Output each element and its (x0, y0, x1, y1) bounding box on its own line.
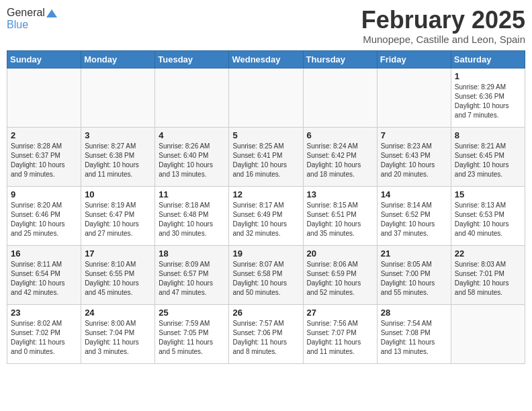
calendar-cell: 14Sunrise: 8:14 AM Sunset: 6:52 PM Dayli… (377, 186, 451, 245)
calendar-cell: 19Sunrise: 8:07 AM Sunset: 6:58 PM Dayli… (229, 245, 303, 304)
day-number: 4 (159, 130, 225, 140)
day-info: Sunrise: 8:24 AM Sunset: 6:42 PM Dayligh… (307, 142, 373, 179)
calendar-cell: 15Sunrise: 8:13 AM Sunset: 6:53 PM Dayli… (451, 186, 525, 245)
day-info: Sunrise: 8:03 AM Sunset: 7:01 PM Dayligh… (455, 260, 521, 298)
calendar-week-row: 23Sunrise: 8:02 AM Sunset: 7:02 PM Dayli… (7, 304, 525, 363)
day-number: 7 (381, 130, 447, 140)
day-number: 3 (85, 130, 151, 140)
calendar-cell (155, 68, 229, 127)
day-number: 13 (307, 189, 373, 199)
calendar-week-row: 2Sunrise: 8:28 AM Sunset: 6:37 PM Daylig… (7, 127, 525, 186)
day-number: 19 (232, 248, 299, 259)
day-info: Sunrise: 8:10 AM Sunset: 6:55 PM Dayligh… (85, 260, 151, 298)
calendar-cell: 10Sunrise: 8:19 AM Sunset: 6:47 PM Dayli… (81, 186, 155, 245)
page-header: General Blue February 2025 Munopepe, Cas… (7, 7, 525, 45)
title-section: February 2025 Munopepe, Castille and Leo… (361, 7, 525, 45)
day-info: Sunrise: 8:28 AM Sunset: 6:37 PM Dayligh… (11, 142, 77, 179)
day-number: 22 (455, 248, 521, 259)
calendar-header-row: SundayMondayTuesdayWednesdayThursdayFrid… (7, 50, 525, 68)
day-number: 10 (85, 189, 151, 199)
calendar-cell: 4Sunrise: 8:26 AM Sunset: 6:40 PM Daylig… (155, 127, 229, 186)
calendar-cell: 9Sunrise: 8:20 AM Sunset: 6:46 PM Daylig… (7, 186, 81, 245)
logo-blue-text: Blue (7, 19, 28, 31)
calendar-cell: 5Sunrise: 8:25 AM Sunset: 6:41 PM Daylig… (229, 127, 303, 186)
calendar-header-saturday: Saturday (451, 50, 525, 68)
day-info: Sunrise: 8:00 AM Sunset: 7:04 PM Dayligh… (85, 319, 151, 357)
day-info: Sunrise: 8:19 AM Sunset: 6:47 PM Dayligh… (85, 201, 151, 238)
calendar-cell: 21Sunrise: 8:05 AM Sunset: 7:00 PM Dayli… (377, 245, 451, 304)
calendar-cell: 2Sunrise: 8:28 AM Sunset: 6:37 PM Daylig… (7, 127, 81, 186)
day-number: 15 (455, 189, 521, 199)
calendar-cell: 11Sunrise: 8:18 AM Sunset: 6:48 PM Dayli… (155, 186, 229, 245)
calendar-cell: 23Sunrise: 8:02 AM Sunset: 7:02 PM Dayli… (7, 304, 81, 363)
day-info: Sunrise: 8:17 AM Sunset: 6:49 PM Dayligh… (232, 201, 299, 238)
day-info: Sunrise: 8:13 AM Sunset: 6:53 PM Dayligh… (455, 201, 521, 238)
day-number: 21 (381, 248, 447, 259)
day-info: Sunrise: 8:20 AM Sunset: 6:46 PM Dayligh… (11, 201, 77, 238)
calendar-header-tuesday: Tuesday (155, 50, 229, 68)
calendar-cell: 20Sunrise: 8:06 AM Sunset: 6:59 PM Dayli… (303, 245, 377, 304)
calendar-cell (451, 304, 525, 363)
day-number: 11 (159, 189, 225, 199)
day-number: 23 (11, 308, 77, 318)
calendar-header-friday: Friday (377, 50, 451, 68)
day-info: Sunrise: 8:11 AM Sunset: 6:54 PM Dayligh… (11, 260, 77, 298)
day-number: 26 (232, 308, 299, 318)
calendar-header-monday: Monday (81, 50, 155, 68)
day-info: Sunrise: 8:07 AM Sunset: 6:58 PM Dayligh… (232, 260, 299, 298)
calendar-header-thursday: Thursday (303, 50, 377, 68)
calendar-header-wednesday: Wednesday (229, 50, 303, 68)
day-number: 1 (455, 71, 521, 81)
day-number: 6 (307, 130, 373, 140)
day-info: Sunrise: 8:15 AM Sunset: 6:51 PM Dayligh… (307, 201, 373, 238)
calendar-cell (377, 68, 451, 127)
calendar-cell: 6Sunrise: 8:24 AM Sunset: 6:42 PM Daylig… (303, 127, 377, 186)
day-info: Sunrise: 7:59 AM Sunset: 7:05 PM Dayligh… (159, 319, 225, 357)
day-number: 2 (11, 130, 77, 140)
calendar-week-row: 1Sunrise: 8:29 AM Sunset: 6:36 PM Daylig… (7, 68, 525, 127)
calendar-cell: 26Sunrise: 7:57 AM Sunset: 7:06 PM Dayli… (229, 304, 303, 363)
calendar-week-row: 9Sunrise: 8:20 AM Sunset: 6:46 PM Daylig… (7, 186, 525, 245)
calendar-week-row: 16Sunrise: 8:11 AM Sunset: 6:54 PM Dayli… (7, 245, 525, 304)
location-subtitle: Munopepe, Castille and Leon, Spain (361, 34, 525, 45)
calendar-cell (81, 68, 155, 127)
day-info: Sunrise: 8:09 AM Sunset: 6:57 PM Dayligh… (159, 260, 225, 298)
day-info: Sunrise: 7:56 AM Sunset: 7:07 PM Dayligh… (307, 319, 373, 357)
calendar-cell: 12Sunrise: 8:17 AM Sunset: 6:49 PM Dayli… (229, 186, 303, 245)
day-number: 17 (85, 248, 151, 259)
day-number: 5 (232, 130, 299, 140)
day-number: 25 (159, 308, 225, 318)
day-info: Sunrise: 8:18 AM Sunset: 6:48 PM Dayligh… (159, 201, 225, 238)
day-info: Sunrise: 8:02 AM Sunset: 7:02 PM Dayligh… (11, 319, 77, 357)
month-year-title: February 2025 (361, 7, 525, 34)
calendar-cell: 7Sunrise: 8:23 AM Sunset: 6:43 PM Daylig… (377, 127, 451, 186)
day-number: 14 (381, 189, 447, 199)
calendar-cell: 25Sunrise: 7:59 AM Sunset: 7:05 PM Dayli… (155, 304, 229, 363)
day-number: 9 (11, 189, 77, 199)
day-info: Sunrise: 8:23 AM Sunset: 6:43 PM Dayligh… (381, 142, 447, 179)
calendar-cell: 16Sunrise: 8:11 AM Sunset: 6:54 PM Dayli… (7, 245, 81, 304)
day-info: Sunrise: 8:06 AM Sunset: 6:59 PM Dayligh… (307, 260, 373, 298)
calendar-table: SundayMondayTuesdayWednesdayThursdayFrid… (7, 50, 525, 364)
day-number: 16 (11, 248, 77, 259)
calendar-cell: 13Sunrise: 8:15 AM Sunset: 6:51 PM Dayli… (303, 186, 377, 245)
day-info: Sunrise: 7:57 AM Sunset: 7:06 PM Dayligh… (232, 319, 299, 357)
calendar-cell: 3Sunrise: 8:27 AM Sunset: 6:38 PM Daylig… (81, 127, 155, 186)
calendar-cell: 28Sunrise: 7:54 AM Sunset: 7:08 PM Dayli… (377, 304, 451, 363)
calendar-cell: 27Sunrise: 7:56 AM Sunset: 7:07 PM Dayli… (303, 304, 377, 363)
day-info: Sunrise: 8:25 AM Sunset: 6:41 PM Dayligh… (232, 142, 299, 179)
logo: General Blue (7, 7, 57, 31)
calendar-header-sunday: Sunday (7, 50, 81, 68)
day-number: 20 (307, 248, 373, 259)
day-number: 24 (85, 308, 151, 318)
logo-triangle-icon (46, 9, 57, 17)
calendar-cell (303, 68, 377, 127)
day-number: 12 (232, 189, 299, 199)
day-info: Sunrise: 8:14 AM Sunset: 6:52 PM Dayligh… (381, 201, 447, 238)
day-info: Sunrise: 8:27 AM Sunset: 6:38 PM Dayligh… (85, 142, 151, 179)
day-number: 27 (307, 308, 373, 318)
calendar-cell (229, 68, 303, 127)
calendar-cell: 22Sunrise: 8:03 AM Sunset: 7:01 PM Dayli… (451, 245, 525, 304)
day-number: 8 (455, 130, 521, 140)
calendar-cell: 8Sunrise: 8:21 AM Sunset: 6:45 PM Daylig… (451, 127, 525, 186)
